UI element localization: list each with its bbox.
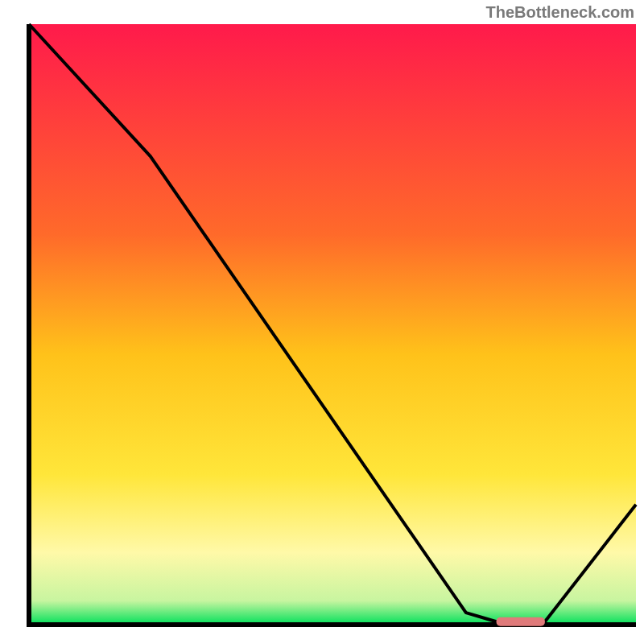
optimal-marker xyxy=(497,617,545,626)
chart-container: TheBottleneck.com xyxy=(0,0,644,644)
watermark-text: TheBottleneck.com xyxy=(486,3,634,22)
plot-background xyxy=(29,24,636,625)
bottleneck-chart xyxy=(0,0,644,644)
